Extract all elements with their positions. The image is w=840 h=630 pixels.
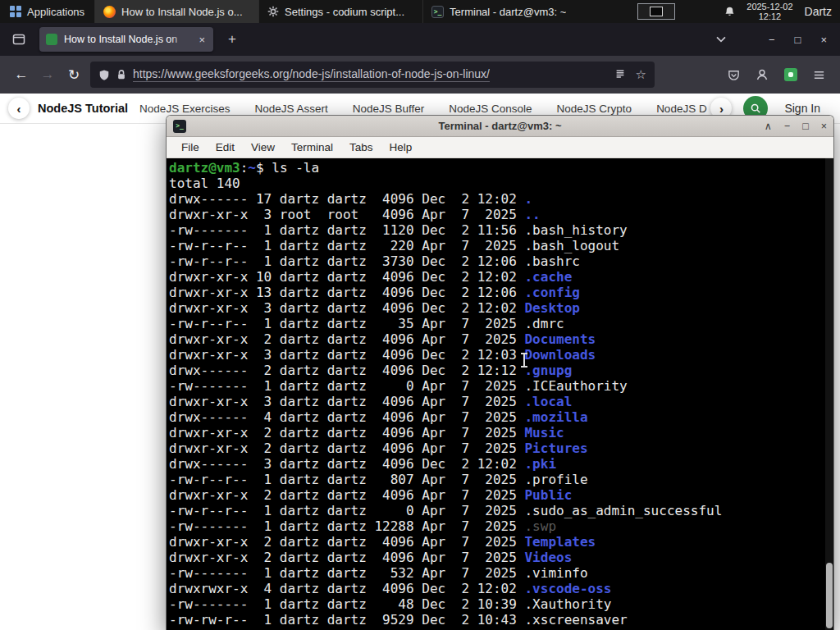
file-name: .dmrc — [524, 316, 564, 331]
clock-date: 2025-12-02 — [746, 2, 792, 12]
browser-maximize-button[interactable]: □ — [795, 34, 801, 46]
terminal-line: drwxr-xr-x 10 dartz dartz 4096 Dec 2 12:… — [169, 269, 833, 285]
firefox-view-button[interactable] — [8, 29, 30, 50]
bell-icon[interactable] — [724, 6, 735, 17]
taskbar-window-terminal[interactable]: >_ Terminal - dartz@vm3: ~ — [422, 0, 587, 23]
terminal-icon: >_ — [431, 6, 444, 18]
nav-link[interactable]: NodeJS Assert — [254, 103, 327, 115]
file-meta: drwxr-xr-x 3 root root 4096 Apr 7 2025 — [169, 207, 524, 222]
taskbar-window-label: Settings - codium script... — [285, 6, 404, 18]
menu-help[interactable]: Help — [381, 139, 421, 156]
terminal-shade-button[interactable]: ∧ — [765, 120, 772, 132]
menu-tabs[interactable]: Tabs — [341, 139, 381, 156]
sign-in-button[interactable]: Sign In — [779, 102, 832, 115]
terminal-content[interactable]: dartz@vm3:~$ ls -latotal 140drwx------ 1… — [167, 158, 833, 630]
tab-list-chevron-icon[interactable] — [711, 30, 731, 49]
taskbar-window-settings[interactable]: Settings - codium script... — [258, 0, 422, 23]
taskbar-window-label: Terminal - dartz@vm3: ~ — [450, 6, 566, 18]
file-name: .Xauthority — [524, 596, 611, 612]
reader-mode-icon[interactable] — [614, 69, 626, 80]
directory-name: Music — [524, 425, 564, 441]
menu-file[interactable]: File — [173, 139, 208, 156]
panel-clock[interactable]: 2025-12-02 12:12 — [746, 2, 792, 22]
applications-label: Applications — [27, 6, 84, 18]
file-name: .viminfo — [524, 565, 587, 581]
terminal-line: drwxr-xr-x 3 dartz dartz 4096 Dec 2 12:0… — [169, 300, 833, 316]
nav-link[interactable]: NodeJS Console — [449, 103, 532, 115]
terminal-output: dartz@vm3:~$ ls -latotal 140drwx------ 1… — [169, 160, 833, 628]
scrollbar-thumb[interactable] — [826, 563, 833, 628]
directory-name: .mozilla — [524, 409, 587, 425]
forward-button[interactable]: → — [34, 62, 61, 87]
applications-grid-icon — [10, 6, 21, 17]
file-name: .bash_logout — [524, 238, 619, 253]
workspace-switcher[interactable] — [637, 3, 675, 20]
file-meta: drwxr-xr-x 10 dartz dartz 4096 Dec 2 12:… — [169, 269, 524, 285]
url-text[interactable]: https://www.geeksforgeeks.org/node-js/in… — [133, 67, 490, 82]
prompt-path: ~ — [248, 160, 256, 176]
lock-icon[interactable] — [116, 69, 126, 80]
nav-link[interactable]: NodeJS Exercises — [139, 103, 230, 115]
terminal-line: drwx------ 17 dartz dartz 4096 Dec 2 12:… — [169, 191, 833, 207]
nav-link[interactable]: NodeJS Crypto — [557, 103, 632, 115]
directory-name: .local — [524, 394, 572, 409]
shield-icon[interactable] — [98, 69, 110, 81]
file-meta: drwxr-xr-x 2 dartz dartz 4096 Apr 7 2025 — [169, 331, 524, 347]
file-name: .sudo_as_admin_successful — [524, 503, 722, 518]
directory-name: .pki — [524, 456, 556, 472]
menu-view[interactable]: View — [243, 139, 283, 156]
terminal-close-button[interactable]: × — [821, 121, 827, 132]
nav-scroll-left-button[interactable]: ‹ — [8, 98, 30, 119]
file-meta: drwxr-xr-x 3 dartz dartz 4096 Apr 7 2025 — [169, 394, 524, 409]
terminal-minimize-button[interactable]: − — [784, 121, 790, 132]
menu-icon[interactable] — [813, 69, 825, 81]
account-icon[interactable] — [756, 68, 769, 81]
terminal-line: drwxr-xr-x 3 dartz dartz 4096 Apr 7 2025… — [169, 394, 833, 409]
applications-menu-button[interactable]: Applications — [0, 0, 94, 23]
bookmark-star-icon[interactable]: ☆ — [636, 67, 646, 82]
browser-close-button[interactable]: × — [820, 34, 827, 46]
terminal-line: drwxr-xr-x 2 dartz dartz 4096 Apr 7 2025… — [169, 331, 833, 347]
browser-minimize-button[interactable]: − — [769, 34, 775, 46]
terminal-window: >_ Terminal - dartz@vm3: ~ ∧ − □ × File … — [166, 115, 834, 630]
terminal-menubar: File Edit View Terminal Tabs Help — [167, 137, 833, 158]
system-panel: Applications How to Install Node.js o...… — [0, 0, 840, 23]
terminal-line: drwxr-xr-x 2 dartz dartz 4096 Apr 7 2025… — [169, 425, 833, 441]
file-meta: drwxr-xr-x 2 dartz dartz 4096 Apr 7 2025 — [169, 441, 524, 456]
file-meta: -rw------- 1 dartz dartz 1120 Dec 2 11:5… — [169, 222, 524, 238]
tab-title: How to Install Node.js on — [64, 34, 190, 45]
tab-close-icon[interactable]: × — [197, 34, 207, 46]
file-meta: -rw-r--r-- 1 dartz dartz 0 Apr 7 2025 — [169, 503, 524, 518]
browser-toolbar: ← → ↻ https://www.geeksforgeeks.org/node… — [0, 56, 840, 94]
nav-link[interactable]: NodeJS Buffer — [353, 103, 425, 115]
prompt-user-host: dartz@vm3 — [169, 160, 240, 176]
terminal-line: drwxr-xr-x 2 dartz dartz 4096 Apr 7 2025… — [169, 534, 833, 550]
back-button[interactable]: ← — [8, 62, 34, 87]
taskbar-window-label: How to Install Node.js o... — [121, 6, 242, 18]
directory-name: Downloads — [524, 347, 596, 363]
terminal-scrollbar[interactable] — [825, 158, 833, 630]
file-name: .bashrc — [524, 253, 579, 269]
directory-name: .cache — [524, 269, 572, 285]
pocket-icon[interactable] — [728, 69, 740, 81]
terminal-line: drwx------ 4 dartz dartz 4096 Apr 7 2025… — [169, 409, 833, 425]
menu-terminal[interactable]: Terminal — [283, 139, 341, 156]
url-bar[interactable]: https://www.geeksforgeeks.org/node-js/in… — [90, 62, 655, 88]
taskbar-window-firefox[interactable]: How to Install Node.js o... — [94, 0, 258, 23]
file-meta: drwx------ 2 dartz dartz 4096 Dec 2 12:1… — [169, 363, 524, 378]
nav-link[interactable]: NodeJS DNS — [656, 103, 707, 115]
browser-tab-active[interactable]: How to Install Node.js on × — [39, 27, 213, 52]
directory-name: .config — [524, 285, 579, 300]
terminal-line: -rw-r--r-- 1 dartz dartz 3730 Dec 2 12:0… — [169, 253, 833, 269]
extension-icon[interactable] — [784, 68, 797, 81]
site-favicon — [46, 34, 57, 45]
terminal-maximize-button[interactable]: □ — [802, 121, 809, 132]
refresh-button[interactable]: ↻ — [61, 62, 87, 87]
menu-edit[interactable]: Edit — [208, 139, 243, 156]
terminal-line: -rw------- 1 dartz dartz 12288 Apr 7 202… — [169, 518, 833, 534]
directory-name: Documents — [524, 331, 596, 347]
new-tab-button[interactable]: + — [221, 29, 243, 50]
nav-link-active[interactable]: NodeJS Tutorial — [38, 102, 128, 115]
workspace-window-thumb — [650, 7, 663, 16]
terminal-titlebar[interactable]: >_ Terminal - dartz@vm3: ~ ∧ − □ × — [167, 116, 833, 137]
